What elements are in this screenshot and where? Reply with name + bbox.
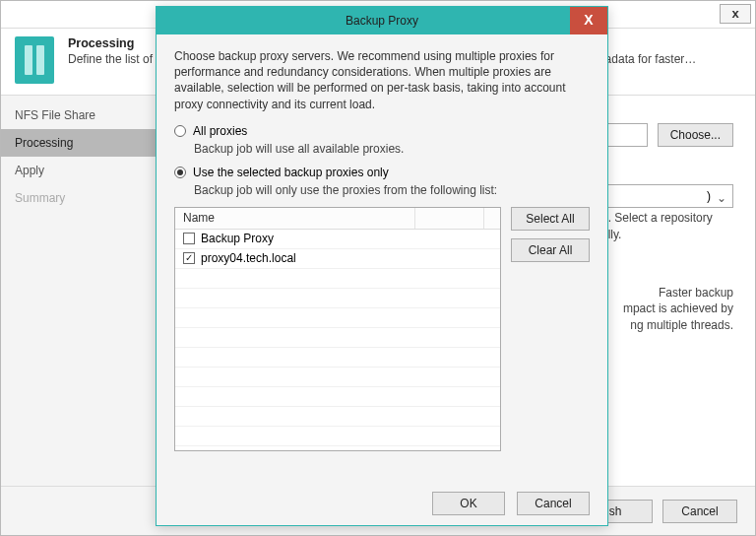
dialog-cancel-button[interactable]: Cancel	[517, 492, 590, 515]
checkbox-icon[interactable]	[183, 252, 195, 264]
radio-selected-label: Use the selected backup proxies only	[193, 166, 389, 179]
nav-item-nfs[interactable]: NFS File Share	[1, 101, 156, 129]
radio-icon	[174, 125, 186, 137]
radio-all-proxies[interactable]: All proxies	[174, 124, 590, 138]
wizard-nav: NFS File Share Processing Apply Summary	[1, 96, 157, 488]
proxy-table-header: Name	[175, 208, 500, 230]
proxy-table: Name Backup Proxy proxy04.tech.local	[174, 207, 501, 451]
col-spacer	[415, 208, 484, 229]
dialog-intro: Choose backup proxy servers. We recommen…	[174, 48, 590, 112]
clear-all-button[interactable]: Clear All	[511, 238, 590, 262]
nav-item-summary[interactable]: Summary	[1, 184, 156, 212]
ok-button[interactable]: OK	[432, 492, 505, 515]
proxy-row-label: proxy04.tech.local	[201, 251, 296, 265]
radio-all-label: All proxies	[193, 124, 247, 138]
proxy-row-label: Backup Proxy	[201, 232, 274, 245]
radio-selected-proxies[interactable]: Use the selected backup proxies only	[174, 166, 590, 179]
checkbox-icon[interactable]	[183, 233, 195, 244]
dialog-titlebar: Backup Proxy X	[157, 7, 607, 34]
nav-item-apply[interactable]: Apply	[1, 157, 156, 184]
radio-selected-hint: Backup job will only use the proxies fro…	[194, 183, 590, 197]
dialog-footer: OK Cancel	[157, 482, 607, 525]
dialog-title: Backup Proxy	[346, 14, 418, 28]
parent-close-button[interactable]: x	[720, 4, 751, 24]
nav-item-processing[interactable]: Processing	[1, 129, 156, 157]
choose-button[interactable]: Choose...	[658, 123, 733, 147]
col-scroll	[484, 208, 500, 229]
cancel-button[interactable]: Cancel	[662, 500, 737, 523]
dialog-close-button[interactable]: X	[570, 7, 607, 34]
processing-icon	[15, 36, 54, 84]
proxy-row-backup-proxy[interactable]: Backup Proxy	[175, 230, 500, 249]
col-name[interactable]: Name	[175, 208, 415, 229]
backup-proxy-dialog: Backup Proxy X Choose backup proxy serve…	[156, 6, 608, 526]
proxy-row-proxy04[interactable]: proxy04.tech.local	[175, 249, 500, 269]
radio-all-hint: Backup job will use all available proxie…	[194, 142, 590, 156]
radio-icon	[174, 167, 186, 178]
select-all-button[interactable]: Select All	[511, 207, 590, 231]
dropdown-text-fragment: )	[707, 185, 711, 207]
